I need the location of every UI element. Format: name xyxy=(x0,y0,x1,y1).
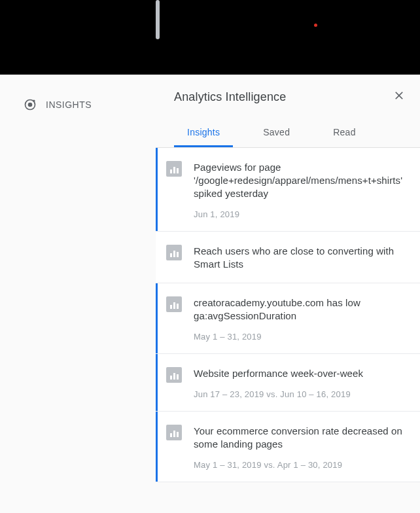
tab-insights[interactable]: Insights xyxy=(174,120,233,147)
analytics-panel: Analytics Intelligence Insights Saved Re… xyxy=(156,75,420,513)
app-root: INSIGHTS Analytics Intelligence Insights… xyxy=(0,0,420,513)
insights-nav-label: INSIGHTS xyxy=(46,99,92,110)
card-body: Your ecommerce conversion rate decreased… xyxy=(194,425,410,470)
card-date: Jun 1, 2019 xyxy=(194,209,410,219)
chart-icon xyxy=(166,425,182,440)
insights-nav-item[interactable]: INSIGHTS xyxy=(24,98,156,111)
cards-list: Pageviews for page '/google+redesign/app… xyxy=(156,148,420,482)
card-title: Reach users who are close to converting … xyxy=(194,245,410,271)
panel-header: Analytics Intelligence xyxy=(156,75,420,109)
card-title: Your ecommerce conversion rate decreased… xyxy=(194,425,410,451)
card-body: Website performance week-over-week Jun 1… xyxy=(194,367,410,399)
chart-icon xyxy=(166,367,182,383)
chart-icon xyxy=(166,161,182,177)
card-date: Jun 17 – 23, 2019 vs. Jun 10 – 16, 2019 xyxy=(194,389,410,399)
close-button[interactable] xyxy=(393,89,406,105)
content-area: INSIGHTS Analytics Intelligence Insights… xyxy=(0,75,420,513)
insight-card[interactable]: creatoracademy.youtube.com has low ga:av… xyxy=(156,283,420,354)
card-body: creatoracademy.youtube.com has low ga:av… xyxy=(194,296,410,342)
panel-title: Analytics Intelligence xyxy=(174,90,286,104)
tabs: Insights Saved Read xyxy=(156,109,420,148)
chart-icon xyxy=(166,296,182,312)
svg-point-1 xyxy=(29,103,32,107)
close-icon xyxy=(393,89,406,105)
svg-point-2 xyxy=(33,100,35,102)
card-title: Website performance week-over-week xyxy=(194,367,410,380)
top-bar xyxy=(0,0,420,75)
card-title: creatoracademy.youtube.com has low ga:av… xyxy=(194,296,410,323)
card-date: May 1 – 31, 2019 vs. Apr 1 – 30, 2019 xyxy=(194,460,410,470)
insight-card[interactable]: Website performance week-over-week Jun 1… xyxy=(156,354,420,412)
tab-read[interactable]: Read xyxy=(320,120,368,147)
scrollbar-right[interactable] xyxy=(414,75,418,513)
insight-card[interactable]: Pageviews for page '/google+redesign/app… xyxy=(156,148,420,232)
card-body: Reach users who are close to converting … xyxy=(194,245,410,271)
chart-icon xyxy=(166,245,182,260)
notification-dot xyxy=(314,24,317,27)
left-column: INSIGHTS xyxy=(0,75,156,513)
card-date: May 1 – 31, 2019 xyxy=(194,332,410,342)
scrollbar-left[interactable] xyxy=(156,0,160,39)
card-title: Pageviews for page '/google+redesign/app… xyxy=(194,161,410,200)
tab-saved[interactable]: Saved xyxy=(250,120,303,147)
card-body: Pageviews for page '/google+redesign/app… xyxy=(194,161,410,219)
insight-card[interactable]: Your ecommerce conversion rate decreased… xyxy=(156,412,420,482)
insights-icon xyxy=(24,98,37,111)
insight-card[interactable]: Reach users who are close to converting … xyxy=(156,232,420,283)
